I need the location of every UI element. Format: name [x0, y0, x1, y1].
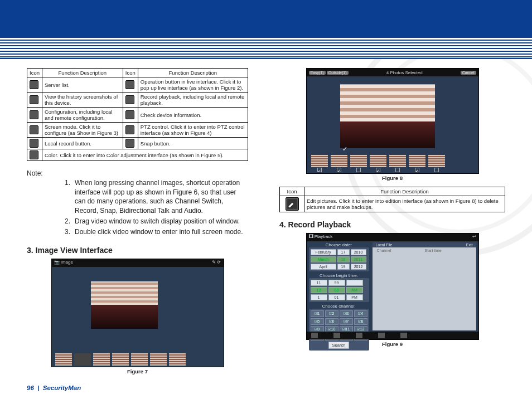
- th-desc: Function Description: [304, 187, 505, 196]
- date-day[interactable]: 18: [337, 256, 350, 262]
- time-mm[interactable]: 01: [328, 294, 345, 300]
- bottom-icon[interactable]: [400, 333, 407, 338]
- date-month[interactable]: April: [311, 264, 336, 270]
- fig9-title: Playback: [315, 234, 332, 239]
- exit-button[interactable]: Exit: [466, 243, 473, 247]
- channel-checkbox[interactable]: ☑5: [311, 318, 324, 325]
- thumb-checkbox[interactable]: [376, 168, 380, 172]
- section-record-playback: 4. Record Playback: [279, 220, 505, 229]
- cell-desc: PTZ control. Click it to enter into PTZ …: [138, 123, 248, 138]
- thumb-checkbox[interactable]: [356, 168, 361, 172]
- figure-8: Easy(1) Outside(1) 4 Photos Selected Can…: [306, 68, 479, 174]
- cell-desc: View the history screenshots of this dev…: [42, 93, 123, 108]
- channel-checkbox[interactable]: ☑6: [325, 318, 338, 325]
- thumbnail[interactable]: [370, 155, 386, 167]
- record-playback-icon: [125, 95, 134, 104]
- bottom-icon[interactable]: [378, 333, 385, 338]
- thumb-checkbox[interactable]: [337, 168, 341, 172]
- thumbnail[interactable]: [331, 155, 347, 167]
- channel-checkbox[interactable]: ☑8: [354, 318, 367, 325]
- channel-checkbox[interactable]: ☑4: [354, 310, 367, 317]
- thumbnail[interactable]: [311, 155, 328, 167]
- col-start-time: Start time: [425, 249, 442, 252]
- thumbnail[interactable]: [112, 353, 129, 366]
- note-item: When long pressing channel images, short…: [65, 178, 246, 216]
- date-year[interactable]: 2012: [351, 264, 366, 270]
- time-ampm[interactable]: PM: [346, 294, 363, 300]
- thumbnail[interactable]: [428, 155, 445, 167]
- fig8-tab[interactable]: Easy(1): [309, 71, 326, 75]
- time-mm[interactable]: 59: [328, 280, 345, 286]
- cell-desc: Local record button.: [42, 138, 123, 149]
- bottom-icon[interactable]: [356, 333, 362, 338]
- time-ampm[interactable]: [346, 280, 363, 286]
- th-desc: Function Description: [42, 69, 123, 77]
- thumbnail[interactable]: [93, 353, 110, 366]
- local-record-icon: [30, 139, 38, 148]
- thumbnail[interactable]: [389, 155, 406, 167]
- bottom-icon[interactable]: [311, 333, 318, 338]
- header-banner: [0, 0, 532, 37]
- note-label: Note:: [27, 169, 52, 178]
- brand: SecurityMan: [43, 385, 81, 391]
- channel-checkbox[interactable]: ☑7: [340, 318, 353, 325]
- fig8-tab[interactable]: Outside(1): [327, 71, 349, 75]
- fig7-title: Image: [61, 260, 73, 265]
- date-month[interactable]: February: [311, 249, 336, 255]
- time-hh[interactable]: 1: [311, 294, 327, 300]
- thumbnail[interactable]: [409, 155, 425, 167]
- thumbnail[interactable]: [131, 353, 148, 366]
- thumbnail[interactable]: [74, 353, 91, 366]
- page-footer: 96 | SecurityMan: [27, 385, 81, 391]
- th-icon: Icon: [27, 69, 42, 77]
- search-button[interactable]: Search: [328, 342, 350, 349]
- col-channel: Channel: [377, 249, 391, 252]
- channel-checkbox[interactable]: ☑3: [340, 310, 353, 317]
- date-day[interactable]: 17: [337, 249, 350, 255]
- time-ampm[interactable]: AM: [346, 287, 363, 293]
- snap-icon: [125, 139, 134, 148]
- bottom-icon[interactable]: [333, 333, 340, 338]
- ptz-control-icon: [125, 125, 134, 134]
- edit-pictures-icon: [286, 197, 299, 211]
- th-icon: Icon: [123, 69, 138, 77]
- note-item: Double click video window to enter into …: [65, 227, 246, 237]
- time-hh[interactable]: 11: [311, 280, 327, 286]
- thumbnail[interactable]: [150, 353, 167, 366]
- page-number: 96: [27, 385, 34, 391]
- cell-desc: Snap button.: [138, 138, 248, 149]
- date-month[interactable]: March: [311, 256, 336, 262]
- date-day[interactable]: 19: [337, 264, 350, 270]
- fig8-main-image[interactable]: [340, 84, 435, 148]
- th-icon: Icon: [280, 187, 304, 196]
- date-year[interactable]: 2010: [351, 249, 366, 255]
- color-icon: [30, 150, 38, 159]
- thumb-checkbox[interactable]: [434, 168, 439, 172]
- thumbnail[interactable]: [55, 353, 72, 366]
- time-hh[interactable]: 12: [311, 287, 327, 293]
- device-info-icon: [125, 110, 134, 119]
- icon-function-table-right: Icon Function Description Edit pictures.…: [279, 187, 505, 212]
- icon-function-table-left: Icon Function Description Icon Function …: [27, 68, 248, 161]
- cell-desc: Operation button in live interface. Clic…: [138, 77, 248, 93]
- edit-icon[interactable]: ✎ ⟳: [212, 260, 221, 266]
- cell-desc: Edit pictures. Click it to enter into ed…: [304, 196, 505, 212]
- thumbnail[interactable]: [350, 155, 367, 167]
- date-year[interactable]: 2011: [351, 256, 366, 262]
- note-item: Drag video window to switch display posi…: [65, 217, 246, 226]
- thumb-checkbox[interactable]: [317, 168, 322, 172]
- fig7-main-image[interactable]: [91, 281, 158, 329]
- cancel-button[interactable]: Cancel: [461, 71, 476, 75]
- thumbnail[interactable]: [169, 353, 186, 366]
- thumb-checkbox[interactable]: [415, 168, 419, 172]
- time-mm[interactable]: 00: [328, 287, 345, 293]
- back-icon[interactable]: ↩: [472, 234, 476, 241]
- channel-checkbox[interactable]: ☑2: [325, 310, 338, 317]
- header-stripes: [0, 37, 532, 59]
- label-choose-date: Choose date:: [309, 242, 369, 247]
- thumb-checkbox[interactable]: [395, 168, 400, 172]
- figure-7: 📷 Image ✎ ⟳: [51, 259, 224, 367]
- figure-8-caption: Figure 8: [279, 175, 505, 181]
- cell-desc: Screen mode. Click it to configure (as S…: [42, 123, 123, 138]
- channel-checkbox[interactable]: ☑1: [311, 310, 324, 317]
